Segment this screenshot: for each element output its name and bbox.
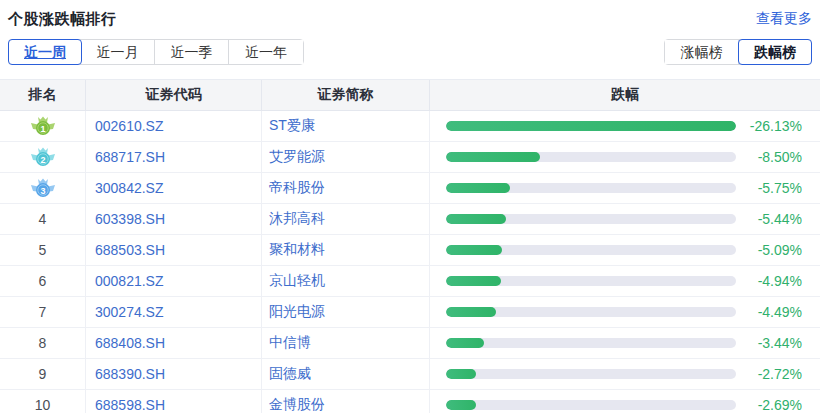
change-cell: -5.09% xyxy=(430,235,820,265)
bar-fill xyxy=(446,214,506,224)
security-name[interactable]: 阳光电源 xyxy=(262,297,430,327)
rank-cell: 6 xyxy=(0,266,86,296)
security-name[interactable]: 中信博 xyxy=(262,328,430,358)
controls-row: 近一周近一月近一季近一年 涨幅榜跌幅榜 xyxy=(8,39,812,66)
rank-cell: 1 xyxy=(0,111,86,141)
table-row[interactable]: 7 300274.SZ 阳光电源 -4.49% xyxy=(0,297,820,328)
column-header-name: 证券简称 xyxy=(262,80,430,110)
bar-fill xyxy=(446,307,496,317)
rank-medal-icon: 1 xyxy=(30,116,56,136)
table-row[interactable]: 8 688408.SH 中信博 -3.44% xyxy=(0,328,820,359)
change-value: -26.13% xyxy=(736,118,802,134)
period-tab-month[interactable]: 近一月 xyxy=(81,40,155,64)
change-value: -5.09% xyxy=(736,242,802,258)
rank-cell: 4 xyxy=(0,204,86,234)
bar-fill xyxy=(446,276,501,286)
bar-track xyxy=(446,214,736,224)
change-cell: -4.94% xyxy=(430,266,820,296)
table-row[interactable]: 4 603398.SH 沐邦高科 -5.44% xyxy=(0,204,820,235)
column-header-code: 证券代码 xyxy=(86,80,262,110)
change-cell: -5.44% xyxy=(430,204,820,234)
security-name[interactable]: 京山轻机 xyxy=(262,266,430,296)
page-title: 个股涨跌幅排行 xyxy=(8,10,117,29)
bar-track xyxy=(446,245,736,255)
rank-cell: 8 xyxy=(0,328,86,358)
security-code[interactable]: 300274.SZ xyxy=(86,297,262,327)
bar-fill xyxy=(446,183,510,193)
bar-fill xyxy=(446,400,476,410)
svg-text:1: 1 xyxy=(40,124,45,134)
table-row[interactable]: 5 688503.SH 聚和材料 -5.09% xyxy=(0,235,820,266)
rank-cell: 5 xyxy=(0,235,86,265)
svg-text:2: 2 xyxy=(40,155,45,165)
table-row[interactable]: 2 688717.SH 艾罗能源 -8.50% xyxy=(0,142,820,173)
table-row[interactable]: 1 002610.SZ ST爱康 -26.13% xyxy=(0,111,820,142)
column-header-rank: 排名 xyxy=(0,80,86,110)
period-tab-year[interactable]: 近一年 xyxy=(229,40,303,64)
table-body: 1 002610.SZ ST爱康 -26.13% 2 688717.SH 艾罗能… xyxy=(0,111,820,413)
security-name[interactable]: ST爱康 xyxy=(262,111,430,141)
security-code[interactable]: 300842.SZ xyxy=(86,173,262,203)
stock-ranking-widget: 个股涨跌幅排行 查看更多 近一周近一月近一季近一年 涨幅榜跌幅榜 排名 证券代码… xyxy=(0,0,820,413)
change-cell: -8.50% xyxy=(430,142,820,172)
board-tab-gainers[interactable]: 涨幅榜 xyxy=(665,40,739,64)
rank-cell: 7 xyxy=(0,297,86,327)
bar-track xyxy=(446,121,736,131)
board-tab-group: 涨幅榜跌幅榜 xyxy=(664,39,812,65)
security-code[interactable]: 688408.SH xyxy=(86,328,262,358)
rank-cell: 9 xyxy=(0,359,86,389)
change-value: -5.75% xyxy=(736,180,802,196)
security-code[interactable]: 002610.SZ xyxy=(86,111,262,141)
table-row[interactable]: 3 300842.SZ 帝科股份 -5.75% xyxy=(0,173,820,204)
change-cell: -26.13% xyxy=(430,111,820,141)
rank-cell: 10 xyxy=(0,390,86,413)
rank-cell: 3 xyxy=(0,173,86,203)
rank-medal-icon: 3 xyxy=(30,178,56,198)
change-value: -8.50% xyxy=(736,149,802,165)
svg-text:3: 3 xyxy=(40,186,45,196)
security-code[interactable]: 688598.SH xyxy=(86,390,262,413)
security-name[interactable]: 固德威 xyxy=(262,359,430,389)
period-tab-group: 近一周近一月近一季近一年 xyxy=(8,39,304,65)
change-value: -2.69% xyxy=(736,397,802,413)
security-name[interactable]: 金博股份 xyxy=(262,390,430,413)
security-code[interactable]: 688503.SH xyxy=(86,235,262,265)
change-value: -4.49% xyxy=(736,304,802,320)
table-row[interactable]: 9 688390.SH 固德威 -2.72% xyxy=(0,359,820,390)
security-code[interactable]: 688717.SH xyxy=(86,142,262,172)
widget-header: 个股涨跌幅排行 查看更多 xyxy=(0,0,820,29)
bar-track xyxy=(446,183,736,193)
change-cell: -4.49% xyxy=(430,297,820,327)
security-code[interactable]: 603398.SH xyxy=(86,204,262,234)
bar-fill xyxy=(446,121,736,131)
bar-track xyxy=(446,369,736,379)
security-name[interactable]: 艾罗能源 xyxy=(262,142,430,172)
rank-medal-icon: 2 xyxy=(30,147,56,167)
bar-track xyxy=(446,307,736,317)
change-value: -5.44% xyxy=(736,211,802,227)
bar-fill xyxy=(446,245,502,255)
security-code[interactable]: 688390.SH xyxy=(86,359,262,389)
security-name[interactable]: 聚和材料 xyxy=(262,235,430,265)
period-tab-week[interactable]: 近一周 xyxy=(8,39,82,65)
ranking-table: 排名 证券代码 证券简称 跌幅 1 002610.SZ ST爱康 -26.13%… xyxy=(0,79,820,413)
bar-fill xyxy=(446,369,476,379)
change-cell: -3.44% xyxy=(430,328,820,358)
security-code[interactable]: 000821.SZ xyxy=(86,266,262,296)
bar-fill xyxy=(446,152,540,162)
period-tab-quarter[interactable]: 近一季 xyxy=(155,40,229,64)
table-row[interactable]: 10 688598.SH 金博股份 -2.69% xyxy=(0,390,820,413)
change-cell: -2.69% xyxy=(430,390,820,413)
table-row[interactable]: 6 000821.SZ 京山轻机 -4.94% xyxy=(0,266,820,297)
security-name[interactable]: 帝科股份 xyxy=(262,173,430,203)
bar-fill xyxy=(446,338,484,348)
table-header-row: 排名 证券代码 证券简称 跌幅 xyxy=(0,80,820,111)
security-name[interactable]: 沐邦高科 xyxy=(262,204,430,234)
bar-track xyxy=(446,276,736,286)
change-value: -2.72% xyxy=(736,366,802,382)
board-tab-losers[interactable]: 跌幅榜 xyxy=(738,39,812,65)
view-more-link[interactable]: 查看更多 xyxy=(756,10,812,28)
bar-track xyxy=(446,400,736,410)
column-header-change: 跌幅 xyxy=(430,80,820,110)
change-cell: -2.72% xyxy=(430,359,820,389)
